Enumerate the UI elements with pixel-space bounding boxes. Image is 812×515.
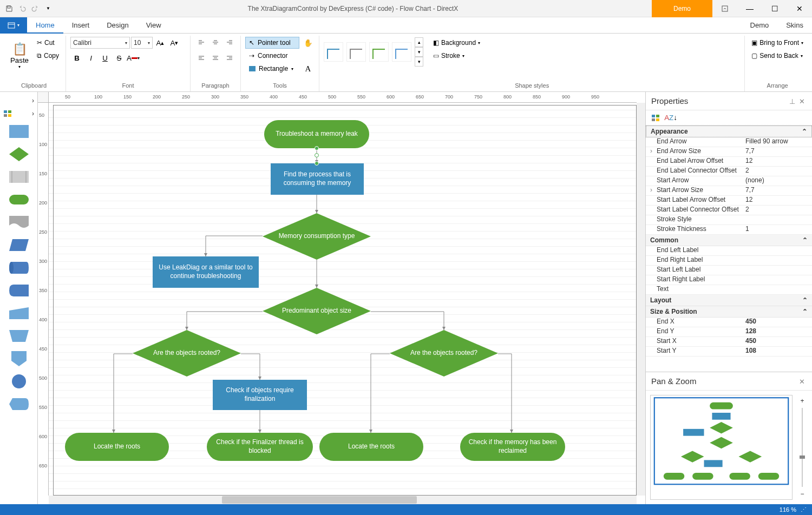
shape-external-data[interactable] [8,282,30,299]
prop-value[interactable]: 450 [743,337,812,346]
alphabetical-view-icon[interactable]: AZ↓ [664,112,677,124]
pointer-tool-button[interactable]: ↖Pointer tool [245,37,299,49]
style-swatch-1[interactable] [324,42,343,62]
prop-row[interactable]: Start Label Arrow Offset12 [646,196,812,206]
prop-value[interactable] [743,215,812,225]
cut-button[interactable]: ✂Cut [35,37,61,49]
node-terminator-roots2[interactable]: Locate the roots [319,433,423,461]
strikethrough-icon[interactable]: S [113,52,126,64]
shape-process[interactable] [8,123,30,140]
resize-grip-icon[interactable]: ⋰ [801,506,807,513]
shape-connector[interactable] [8,373,30,389]
prop-row[interactable]: End X450 [646,318,812,327]
prop-row[interactable]: Start Y108 [646,347,812,356]
background-button[interactable]: ◧Background ▾ [431,37,482,49]
shape-manual-input[interactable] [8,305,30,321]
save-icon[interactable] [3,3,15,15]
redo-icon[interactable] [29,3,41,15]
node-process-find[interactable]: Find the process that is consuming the m… [271,163,364,195]
categorized-view-icon[interactable] [649,112,662,124]
prop-row[interactable]: End ArrowFilled 90 arrow [646,137,812,147]
node-process-leakdiag[interactable]: Use LeakDiag or a similar tool to contin… [153,256,259,288]
vertical-ruler[interactable]: 50100150200250300350400450500550600650 [38,103,49,496]
file-button[interactable]: ▾ [0,17,27,34]
shapes-picker-icon[interactable]: › [0,107,37,120]
prop-row[interactable]: End Y128 [646,327,812,337]
canvas[interactable]: Troubleshoot a memory leak Find the proc… [49,103,637,496]
node-terminator-finalizer[interactable]: Check if the Finalizer thread is blocked [207,433,313,461]
cat-size-position[interactable]: Size & Position⌃ [646,306,812,318]
prop-value[interactable]: 2 [743,167,812,176]
shape-subprocess[interactable] [8,169,30,185]
node-terminator-start[interactable]: Troubleshoot a memory leak [264,120,369,148]
zoom-in-icon[interactable]: + [800,397,804,405]
bold-icon[interactable]: B [70,52,83,64]
maximize-button[interactable]: ☐ [762,0,787,17]
tab-demo[interactable]: Demo [742,17,778,34]
shape-decision[interactable] [8,146,30,162]
close-panzoom-icon[interactable]: ✕ [797,378,807,386]
close-panel-icon[interactable]: ✕ [797,97,807,105]
tab-view[interactable]: View [137,17,170,34]
connector-endpoint-end[interactable] [315,161,319,166]
prop-value[interactable]: 7,7 [743,186,812,195]
prop-row[interactable]: Stroke Thickness1 [646,225,812,235]
node-terminator-reclaimed[interactable]: Check if the memory has been reclaimed [460,433,565,461]
prop-row[interactable]: Start Arrow(none) [646,176,812,186]
pin-icon[interactable]: ⊥ [787,97,797,105]
align-top-center-icon[interactable] [209,37,222,49]
bring-to-front-button[interactable]: ▣Bring to Front ▾ [749,37,806,49]
prop-row[interactable]: End Arrow Size7,7 [646,147,812,157]
prop-value[interactable]: (none) [743,176,812,186]
italic-icon[interactable]: I [84,52,97,64]
style-gallery[interactable]: ▴ ▾ ▾ [324,37,423,67]
prop-row[interactable]: Start Arrow Size7,7 [646,186,812,196]
underline-icon[interactable]: U [99,52,112,64]
node-process-finalization[interactable]: Check if objects require finalization [213,380,307,410]
prop-value[interactable]: 1 [743,225,812,234]
shape-terminator[interactable] [8,192,30,208]
align-top-right-icon[interactable] [223,37,236,49]
node-decision-rooted-right[interactable]: Are the objects rooted? [390,330,498,377]
rectangle-tool-button[interactable]: Rectangle▾ [245,63,299,75]
font-color-icon[interactable]: A▾ [127,52,140,64]
decrease-font-icon[interactable]: A▾ [168,37,181,49]
qat-dropdown-icon[interactable]: ▼ [42,3,54,15]
tab-design[interactable]: Design [98,17,137,34]
prop-row[interactable]: End Left Label [646,246,812,256]
align-top-left-icon[interactable] [195,37,208,49]
gallery-more-icon[interactable]: ▾ [415,57,423,67]
prop-value[interactable]: 128 [743,327,812,336]
send-to-back-button[interactable]: ▢Send to Back ▾ [749,50,806,62]
vertical-scrollbar[interactable] [637,103,645,496]
shapes-expand-icon[interactable]: › [0,94,37,107]
align-left-icon[interactable] [195,52,208,64]
prop-row[interactable]: Start Label Connector Offset2 [646,206,812,215]
zoom-handle[interactable] [800,455,805,459]
copy-button[interactable]: ⧉Copy [35,50,61,62]
prop-row[interactable]: End Label Connector Offset2 [646,167,812,176]
node-decision-rooted-left[interactable]: Are the objects rooted? [133,330,241,377]
gallery-down-icon[interactable]: ▾ [415,47,423,57]
shape-database[interactable] [8,260,30,276]
properties-grid[interactable]: Appearance⌃ End ArrowFilled 90 arrow End… [646,126,812,372]
prop-value[interactable] [743,266,812,275]
connector-tool-button[interactable]: ⇢Connector [245,50,299,62]
prop-value[interactable]: 12 [743,196,812,205]
node-terminator-roots1[interactable]: Locate the roots [65,433,169,461]
prop-value[interactable]: 12 [743,157,812,166]
close-button[interactable]: ✕ [787,0,812,17]
prop-row[interactable]: Start Right Label [646,275,812,285]
prop-value[interactable] [743,275,812,285]
prop-value[interactable] [743,285,812,294]
shape-display[interactable] [8,396,30,412]
prop-row[interactable]: Start Left Label [646,266,812,275]
align-right-icon[interactable] [223,52,236,64]
stroke-button[interactable]: ▭Stroke ▾ [431,50,482,62]
prop-row[interactable]: Text [646,285,812,295]
connector-endpoint-start[interactable] [315,146,319,150]
prop-value[interactable] [743,246,812,255]
prop-value[interactable] [743,256,812,265]
panzoom-thumbnail[interactable] [650,395,793,500]
prop-value[interactable]: Filled 90 arrow [743,137,812,147]
